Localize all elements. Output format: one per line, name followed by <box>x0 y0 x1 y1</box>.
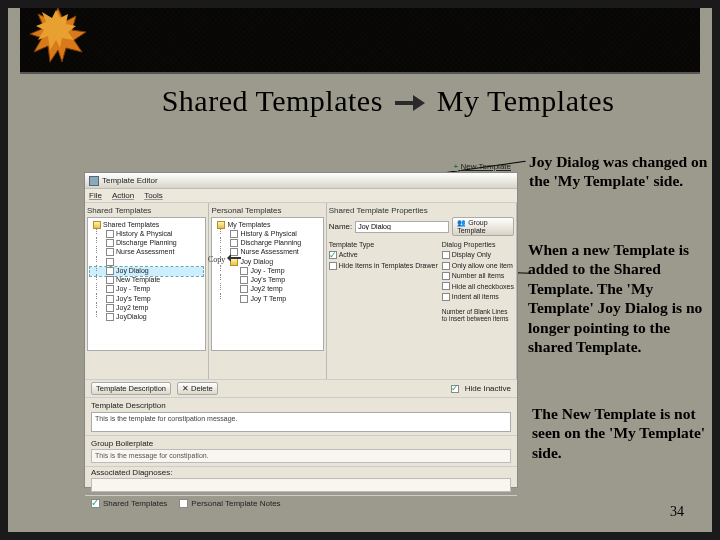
name-label: Name: <box>329 222 353 231</box>
menu-tools[interactable]: Tools <box>144 191 163 200</box>
menubar[interactable]: File Action Tools +New Template <box>85 189 517 203</box>
app-icon <box>89 176 99 186</box>
arrow-left-right-icon <box>227 254 241 262</box>
number-items-checkbox[interactable] <box>442 272 450 280</box>
display-only-checkbox[interactable] <box>442 251 450 259</box>
menu-file[interactable]: File <box>89 191 102 200</box>
group-label: Group Boilerplate <box>91 439 511 448</box>
hide-items-checkbox[interactable] <box>329 262 337 270</box>
footer-bar: Shared Templates Personal Template Notes <box>85 495 517 511</box>
hide-inactive-checkbox[interactable] <box>451 385 459 393</box>
slide: Shared Templates My Templates Joy Dialog… <box>8 8 712 532</box>
template-desc-button[interactable]: Template Description <box>91 382 171 395</box>
personal-templates-panel: Personal Templates My Templates History … <box>209 203 326 379</box>
active-checkbox[interactable] <box>329 251 337 259</box>
annotation-note-1: Joy Dialog was changed on the 'My Templa… <box>529 152 709 191</box>
diagnoses-label: Associated Diagnoses: <box>91 468 511 477</box>
template-type-label: Template Type <box>329 240 438 249</box>
window-titlebar: Template Editor <box>85 173 517 189</box>
shared-header: Shared Templates <box>87 206 206 215</box>
properties-panel: Shared Template Properties Name: 👥 Group… <box>327 203 517 379</box>
title-right: My Templates <box>437 84 615 117</box>
title-left: Shared Templates <box>162 84 383 117</box>
mid-toolbar: Template Description ✕ Delete Hide Inact… <box>85 379 517 397</box>
slide-title: Shared Templates My Templates <box>108 84 668 118</box>
group-value[interactable]: This is the message for constipation. <box>91 449 511 463</box>
hide-inactive-label: Hide Inactive <box>465 384 511 393</box>
template-editor-window: Template Editor File Action Tools +New T… <box>84 172 518 488</box>
copy-arrow-label: Copy <box>208 254 241 264</box>
hide-checkboxes-checkbox[interactable] <box>442 282 450 290</box>
diagnoses-section: Associated Diagnoses: <box>85 466 517 495</box>
name-input[interactable] <box>355 221 449 233</box>
annotation-note-3: The New Template is not seen on the 'My … <box>532 404 718 462</box>
menu-action[interactable]: Action <box>112 191 134 200</box>
shared-tree[interactable]: Shared Templates History & Physical Disc… <box>87 217 206 351</box>
maple-leaf-icon <box>26 4 90 66</box>
template-desc-section: Template Description This is the templat… <box>85 397 517 435</box>
template-desc-label: Template Description <box>91 401 511 410</box>
blank-lines-label: Number of Blank Lines to insert between … <box>442 308 514 322</box>
indent-items-checkbox[interactable] <box>442 293 450 301</box>
dialog-props-header: Dialog Properties <box>442 240 514 249</box>
shared-selected-joy-dialog[interactable]: Joy Dialog <box>90 267 203 276</box>
decorative-top-band <box>20 8 700 74</box>
arrow-right-icon <box>395 84 425 118</box>
personal-tree[interactable]: My Templates History & Physical Discharg… <box>211 217 323 351</box>
group-boilerplate-section: Group Boilerplate This is the message fo… <box>85 435 517 466</box>
template-desc-text[interactable]: This is the template for constipation me… <box>91 412 511 432</box>
window-title: Template Editor <box>102 176 158 185</box>
show-personal-checkbox[interactable] <box>179 499 188 508</box>
show-shared-checkbox[interactable] <box>91 499 100 508</box>
one-item-checkbox[interactable] <box>442 262 450 270</box>
personal-header: Personal Templates <box>211 206 323 215</box>
shared-templates-panel: Shared Templates Shared Templates Histor… <box>85 203 209 379</box>
group-template-button[interactable]: 👥 Group Template <box>452 217 514 236</box>
annotation-note-2: When a new Template is added to the Shar… <box>528 240 718 356</box>
diagnoses-value[interactable] <box>91 478 511 492</box>
page-number: 34 <box>670 504 684 520</box>
new-template-link[interactable]: +New Template <box>451 162 511 171</box>
shared-footer-label: Shared Templates <box>103 499 167 508</box>
delete-button[interactable]: ✕ Delete <box>177 382 218 395</box>
personal-footer-label: Personal Template Notes <box>191 499 280 508</box>
props-header: Shared Template Properties <box>329 206 514 215</box>
